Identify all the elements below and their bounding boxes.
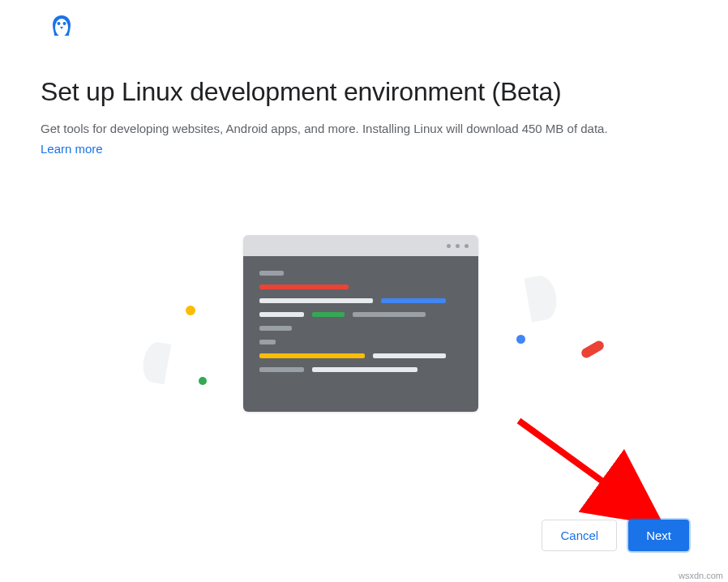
learn-more-link[interactable]: Learn more xyxy=(41,142,103,156)
decorative-dot xyxy=(186,306,195,315)
decorative-shape xyxy=(140,340,171,384)
decorative-dot xyxy=(516,335,525,344)
svg-point-1 xyxy=(58,22,61,25)
cancel-button[interactable]: Cancel xyxy=(542,520,617,551)
description-text: Get tools for developing websites, Andro… xyxy=(41,120,687,139)
terminal-titlebar xyxy=(243,235,478,256)
page-title: Set up Linux development environment (Be… xyxy=(41,77,687,107)
terminal-body xyxy=(243,256,478,412)
decorative-pill xyxy=(580,339,606,359)
terminal-illustration xyxy=(243,235,478,412)
decorative-dot xyxy=(199,377,207,385)
decorative-shape xyxy=(524,273,559,322)
watermark: wsxdn.com xyxy=(679,571,723,580)
next-button[interactable]: Next xyxy=(628,520,689,551)
penguin-icon xyxy=(47,13,76,42)
svg-point-2 xyxy=(63,22,66,25)
illustration xyxy=(0,219,728,446)
